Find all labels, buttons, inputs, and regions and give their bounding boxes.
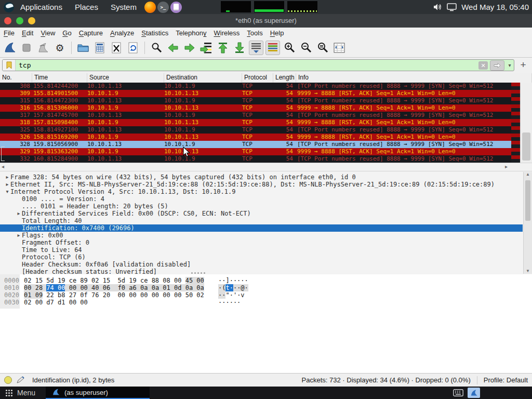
terminal-launcher-icon[interactable]: >_ xyxy=(157,2,169,13)
packet-row-328[interactable]: 328159.81505690010.10.1.1310.10.1.9TCP54… xyxy=(0,141,511,148)
menu-edit[interactable]: Edit xyxy=(18,28,37,38)
column-header-time[interactable]: Time xyxy=(32,73,87,83)
capture-options-button[interactable]: ⚙ xyxy=(52,41,67,55)
open-file-button[interactable] xyxy=(76,41,90,55)
volume-icon[interactable] xyxy=(433,3,442,11)
detail-line[interactable]: Identification: 0x7400 (29696) xyxy=(0,224,523,232)
clock[interactable]: Wed May 18, 05:40 xyxy=(461,3,529,11)
detail-line[interactable]: .... 0101 = Header Length: 20 bytes (5) xyxy=(0,203,532,210)
scroll-up-arrow-icon[interactable]: ▲ xyxy=(526,172,530,177)
memory-monitor-graph[interactable] xyxy=(254,1,284,12)
network-monitor-graph[interactable] xyxy=(287,1,317,12)
go-forward-button[interactable] xyxy=(182,41,197,55)
detail-line[interactable]: ▾Internet Protocol Version 4, Src: 10.10… xyxy=(0,188,532,195)
notes-launcher-icon[interactable] xyxy=(170,2,182,13)
hex-row-0020[interactable]: 002001 09 22 b8 27 0f 76 20 00 00 00 00 … xyxy=(0,291,532,299)
go-to-bottom-button[interactable] xyxy=(232,41,247,55)
packet-list-scrollbar[interactable] xyxy=(520,83,532,163)
hex-row-0000[interactable]: 000002 15 5d 19 ce 89 02 15 5d 19 ce 88 … xyxy=(0,277,532,284)
detail-line[interactable]: ▸Ethernet II, Src: MS-NLB-PhysServer-21_… xyxy=(0,181,532,188)
wireshark-tray-icon[interactable] xyxy=(468,388,480,398)
scrollbar-thumb[interactable] xyxy=(522,132,530,161)
packet-row-332[interactable]: 332160.81528490010.10.1.1310.10.1.9TCP54… xyxy=(0,155,511,163)
scrollbar-thumb[interactable] xyxy=(525,180,530,221)
filter-bookmark-button[interactable] xyxy=(3,60,16,71)
hex-row-0030[interactable]: 003002 00 d7 d1 00 00······ xyxy=(0,299,532,306)
collapse-arrow-icon[interactable]: ▾ xyxy=(4,188,10,195)
packet-row-308[interactable]: 308155.81424420010.10.1.1310.10.1.9TCP54… xyxy=(0,83,511,90)
restart-capture-button[interactable] xyxy=(36,41,50,55)
keyboard-icon[interactable] xyxy=(453,389,463,396)
detail-line[interactable]: ▸Flags: 0x00 xyxy=(0,232,532,239)
detail-line[interactable]: Header Checksum: 0xf0a6 [validation disa… xyxy=(0,261,532,268)
column-header-no[interactable]: No. xyxy=(0,73,32,83)
resize-columns-button[interactable] xyxy=(332,41,347,55)
packet-list-horizontal-scrollbar[interactable]: ◂ ▸ xyxy=(0,163,532,171)
hex-row-0010[interactable]: 001000 28 74 00 00 00 40 06 f0 a6 0a 0a … xyxy=(0,284,532,291)
wireshark-task-button[interactable]: (as superuser) xyxy=(46,387,150,399)
colorize-toggle[interactable] xyxy=(265,41,280,55)
menu-tools[interactable]: Tools xyxy=(243,28,266,38)
column-header-info[interactable]: Info xyxy=(296,73,532,83)
display-filter-field[interactable]: tcp ✕ ▾ xyxy=(2,59,514,71)
packet-row-317[interactable]: 317157.81474570010.10.1.1310.10.1.9TCP54… xyxy=(0,112,511,119)
filter-add-button[interactable]: + xyxy=(517,59,529,71)
pane-splitter-grip[interactable] xyxy=(191,272,207,274)
detail-line[interactable]: Time to Live: 64 xyxy=(0,246,532,254)
detail-line[interactable]: [Header checksum status: Unverified] xyxy=(0,268,532,274)
expand-arrow-icon[interactable]: ▸ xyxy=(16,232,22,239)
packet-row-316[interactable]: 316156.81530600010.10.1.910.10.1.13TCP54… xyxy=(0,104,511,112)
zoom-reset-button[interactable] xyxy=(315,41,330,55)
menu-statistics[interactable]: Statistics xyxy=(138,28,172,38)
menu-telephony[interactable]: Telephony xyxy=(172,28,210,38)
column-header-source[interactable]: Source xyxy=(87,73,164,83)
menu-analyze[interactable]: Analyze xyxy=(107,28,138,38)
firefox-launcher-icon[interactable] xyxy=(144,2,156,13)
detail-line[interactable]: Total Length: 40 xyxy=(0,217,532,224)
stop-capture-button[interactable] xyxy=(19,41,34,55)
expert-info-icon[interactable] xyxy=(4,376,12,384)
scroll-right-arrow-icon[interactable]: ▸ xyxy=(505,164,508,169)
detail-line[interactable]: Fragment Offset: 0 xyxy=(0,239,532,246)
capture-comment-icon[interactable] xyxy=(16,376,25,384)
reload-file-button[interactable] xyxy=(126,41,140,55)
expand-arrow-icon[interactable]: ▸ xyxy=(16,210,22,217)
expand-arrow-icon[interactable]: ▸ xyxy=(4,174,10,181)
save-file-button[interactable] xyxy=(92,41,107,55)
filter-input[interactable]: tcp xyxy=(16,61,478,69)
display-icon[interactable] xyxy=(447,3,457,11)
details-scrollbar[interactable]: ▲ ▼ xyxy=(523,172,532,274)
profile-text[interactable]: Profile: Default xyxy=(484,376,528,384)
detail-line[interactable]: 0100 .... = Version: 4 xyxy=(0,195,532,203)
menu-file[interactable]: File xyxy=(0,28,18,38)
packet-row-326[interactable]: 326158.81516920010.10.1.910.10.1.13TCP54… xyxy=(0,134,511,141)
places-menu[interactable]: Places xyxy=(69,0,104,14)
filter-dropdown-caret[interactable]: ▾ xyxy=(506,62,514,68)
go-to-packet-button[interactable] xyxy=(199,41,214,55)
packet-row-318[interactable]: 318157.81509840010.10.1.910.10.1.13TCP54… xyxy=(0,119,511,126)
column-header-destination[interactable]: Destination xyxy=(164,73,242,83)
menu-view[interactable]: View xyxy=(37,28,59,38)
close-file-button[interactable] xyxy=(109,41,124,55)
menu-wireless[interactable]: Wireless xyxy=(210,28,244,38)
menu-capture[interactable]: Capture xyxy=(75,28,107,38)
start-capture-button[interactable] xyxy=(3,41,17,55)
column-header-length[interactable]: Length xyxy=(273,73,296,83)
expand-arrow-icon[interactable]: ▸ xyxy=(4,181,10,188)
go-to-top-button[interactable] xyxy=(216,41,230,55)
zoom-out-button[interactable] xyxy=(299,41,313,55)
scroll-left-arrow-icon[interactable]: ◂ xyxy=(2,164,4,169)
find-packet-button[interactable] xyxy=(149,41,164,55)
detail-line[interactable]: ▸Frame 328: 54 bytes on wire (432 bits),… xyxy=(0,174,532,181)
detail-line[interactable]: Protocol: TCP (6) xyxy=(0,254,532,261)
menu-help[interactable]: Help xyxy=(267,28,288,38)
go-back-button[interactable] xyxy=(166,41,180,55)
cpu-monitor-graph[interactable] xyxy=(221,1,251,12)
start-menu-button[interactable]: Menu xyxy=(0,387,41,399)
system-menu[interactable]: System xyxy=(104,0,143,14)
packet-list-scrollbar-minimap[interactable] xyxy=(511,83,520,163)
filter-clear-button[interactable]: ✕ xyxy=(478,61,488,70)
applications-menu[interactable]: Applications xyxy=(14,0,69,14)
packet-row-329[interactable]: 329159.81536320010.10.1.910.10.1.13TCP54… xyxy=(0,148,511,155)
column-header-protocol[interactable]: Protocol xyxy=(242,73,273,83)
